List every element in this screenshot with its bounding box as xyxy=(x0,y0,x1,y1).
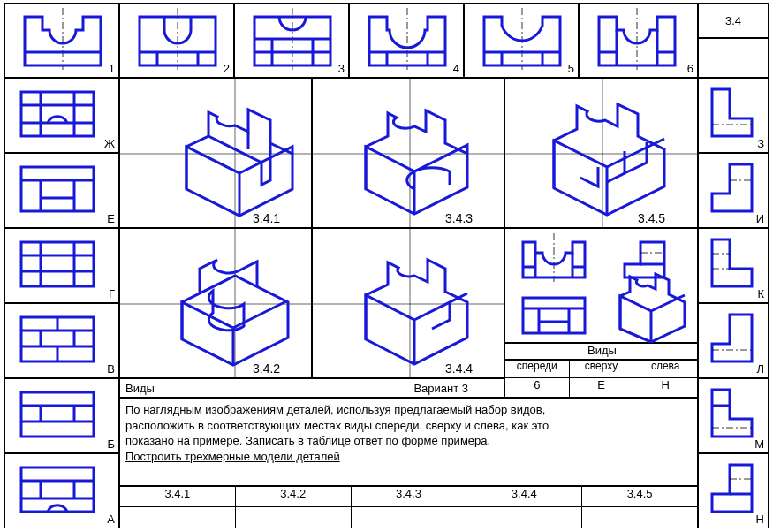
iso-label-5: 3.4.5 xyxy=(638,211,665,225)
page-number: 3.4 xyxy=(725,14,741,27)
example-table-vals: 6 Е Н xyxy=(504,378,698,398)
right-label-l: Л xyxy=(756,362,764,376)
right-label-m: М xyxy=(754,437,764,451)
ex-col-1: сверху xyxy=(570,359,634,378)
ans-blank-3[interactable] xyxy=(466,507,582,528)
answer-header-row: 3.4.1 3.4.2 3.4.3 3.4.4 3.4.5 xyxy=(119,486,698,507)
iso-cell-1: 3.4.1 xyxy=(119,78,312,228)
instr-line-4: Построить трехмерные модели деталей xyxy=(125,449,692,465)
right-option-n: Н xyxy=(698,453,769,528)
top-option-2: 2 xyxy=(119,3,234,78)
right-option-l: Л xyxy=(698,303,769,378)
ans-blank-1[interactable] xyxy=(236,507,352,528)
top-option-1: 1 xyxy=(4,3,119,78)
left-option-e: Е xyxy=(4,153,119,228)
iso-cell-2: 3.4.2 xyxy=(119,228,312,378)
left-label-zh: Ж xyxy=(104,137,115,150)
iso-cell-3: 3.4.3 xyxy=(312,78,504,228)
left-label-v: В xyxy=(107,362,115,376)
ans-blank-4[interactable] xyxy=(582,507,698,528)
instr-line-2: расположить в соответствующих местах вид… xyxy=(125,418,692,434)
iso-cell-5: 3.4.5 xyxy=(504,78,698,228)
title-row: Виды Вариант 3 xyxy=(119,378,504,398)
iso-label-1: 3.4.1 xyxy=(253,211,280,225)
ans-col-0: 3.4.1 xyxy=(119,486,236,507)
right-option-k: К xyxy=(698,228,769,303)
right-label-z: З xyxy=(757,137,764,150)
left-label-g: Г xyxy=(109,287,115,300)
ex-col-0: спереди xyxy=(504,359,570,378)
top-label-4: 4 xyxy=(453,62,459,75)
answer-blank-row xyxy=(119,507,698,528)
left-option-a: А xyxy=(4,453,119,528)
corner-spacer xyxy=(698,38,769,78)
ans-blank-2[interactable] xyxy=(352,507,467,528)
ans-blank-0[interactable] xyxy=(119,507,236,528)
right-label-n: Н xyxy=(756,513,764,526)
instr-line-3: показано на примере. Записать в таблице … xyxy=(125,433,692,449)
top-option-4: 4 xyxy=(349,3,464,78)
ex-val-1: Е xyxy=(570,378,634,398)
top-label-1: 1 xyxy=(109,62,115,75)
iso-cell-4: 3.4.4 xyxy=(312,228,504,378)
right-option-m: М xyxy=(698,378,769,453)
top-option-3: 3 xyxy=(234,3,349,78)
right-option-i: И xyxy=(698,153,769,228)
top-option-5: 5 xyxy=(464,3,579,78)
instructions: По наглядным изображениям деталей, испол… xyxy=(119,398,698,486)
right-label-i: И xyxy=(756,212,764,225)
ex-col-2: слева xyxy=(633,359,698,378)
top-label-6: 6 xyxy=(687,62,693,75)
left-option-g: Г xyxy=(4,228,119,303)
right-option-z: З xyxy=(698,78,769,153)
iso-label-4: 3.4.4 xyxy=(445,361,473,376)
left-option-zh: Ж xyxy=(4,78,119,153)
right-label-k: К xyxy=(757,287,764,300)
ans-col-4: 3.4.5 xyxy=(582,486,698,507)
title-left: Виды xyxy=(120,382,413,395)
left-option-v: В xyxy=(4,303,119,378)
iso-label-3: 3.4.3 xyxy=(445,211,473,225)
ans-col-2: 3.4.3 xyxy=(352,486,467,507)
ex-val-0: 6 xyxy=(504,378,570,398)
top-label-2: 2 xyxy=(224,62,230,75)
iso-label-2: 3.4.2 xyxy=(253,361,280,376)
title-right: Вариант 3 xyxy=(413,382,504,395)
ans-col-1: 3.4.2 xyxy=(236,486,352,507)
instr-line-1: По наглядным изображениям деталей, испол… xyxy=(125,402,692,418)
top-label-3: 3 xyxy=(338,62,345,75)
top-option-6: 6 xyxy=(579,3,698,78)
page-number-box: 3.4 xyxy=(698,3,769,38)
worksheet-page: 1 2 3 4 5 6 3.4 xyxy=(0,0,773,532)
left-label-a: А xyxy=(107,513,115,526)
left-label-b: Б xyxy=(107,437,115,451)
example-views xyxy=(504,228,698,343)
example-table-cols: спереди сверху слева xyxy=(504,359,698,378)
left-option-b: Б xyxy=(4,378,119,453)
left-label-e: Е xyxy=(107,212,115,225)
top-label-5: 5 xyxy=(568,62,574,75)
ans-col-3: 3.4.4 xyxy=(466,486,582,507)
ex-val-2: Н xyxy=(633,378,698,398)
